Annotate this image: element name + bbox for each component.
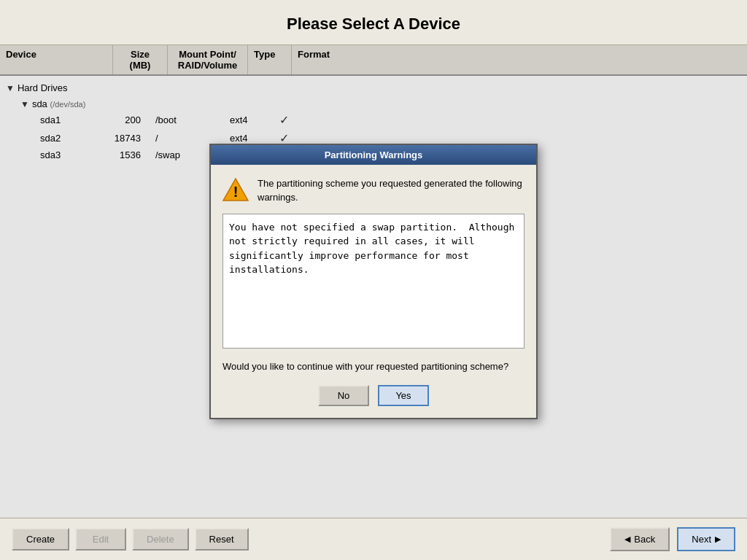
dialog-overlay: Partitioning Warnings ! The partitioning… — [0, 45, 747, 518]
reset-button[interactable]: Reset — [195, 528, 249, 551]
main-container: Please Select A Device Device Size(MB) M… — [0, 0, 747, 560]
create-button[interactable]: Create — [12, 528, 69, 551]
svg-text:!: ! — [233, 184, 239, 200]
dialog-warning-text: The partitioning scheme you requested ge… — [258, 176, 525, 205]
back-label: Back — [634, 534, 655, 545]
dialog-body: ! The partitioning scheme you requested … — [211, 165, 536, 419]
bottom-bar: Create Edit Delete Reset ◀ Back Next ▶ — [0, 518, 747, 560]
back-arrow-icon: ◀ — [624, 534, 630, 544]
partitioning-warnings-dialog: Partitioning Warnings ! The partitioning… — [209, 144, 538, 420]
next-arrow-icon: ▶ — [715, 534, 721, 544]
dialog-title: Partitioning Warnings — [325, 149, 423, 160]
yes-button[interactable]: Yes — [378, 385, 429, 406]
dialog-question: Would you like to continue with your req… — [222, 359, 525, 374]
page-title: Please Select A Device — [7, 15, 740, 34]
back-button[interactable]: ◀ Back — [610, 527, 670, 551]
edit-button[interactable]: Edit — [75, 528, 126, 551]
action-buttons: Create Edit Delete Reset — [12, 528, 249, 551]
dialog-detail-textarea — [222, 214, 525, 349]
delete-button[interactable]: Delete — [132, 528, 189, 551]
next-label: Next — [692, 534, 711, 545]
no-button[interactable]: No — [318, 385, 369, 406]
content-area: Device Size(MB) Mount Point/RAID/Volume … — [0, 45, 747, 518]
next-button[interactable]: Next ▶ — [677, 527, 735, 551]
dialog-titlebar: Partitioning Warnings — [211, 145, 536, 165]
warning-triangle-icon: ! — [222, 176, 249, 203]
nav-buttons: ◀ Back Next ▶ — [610, 527, 735, 551]
page-title-bar: Please Select A Device — [0, 0, 747, 45]
dialog-warning-row: ! The partitioning scheme you requested … — [222, 176, 525, 205]
dialog-buttons: No Yes — [222, 385, 525, 406]
